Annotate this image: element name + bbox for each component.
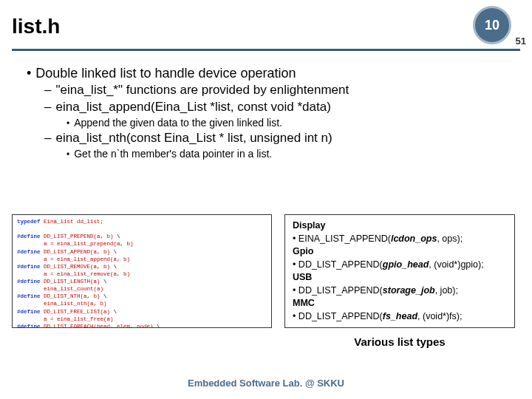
bullet-2b: eina_list_append(Eina_List *list, const …	[44, 99, 513, 116]
bullet-3b: Get the n`th member's data pointer in a …	[66, 147, 513, 161]
bullet-2c: eina_list_nth(const Eina_List * list, un…	[44, 130, 513, 147]
content-area: Double linked list to handle device oper…	[0, 61, 532, 161]
type-usb-head: USB	[293, 272, 312, 282]
list-types-box: Display • EINA_LIST_APPEND(lcdon_ops, op…	[284, 214, 515, 328]
list-types-caption: Various list types	[354, 335, 445, 348]
footer-text: Embedded Software Lab. @ SKKU	[0, 378, 532, 389]
bullet-1: Double linked list to handle device oper…	[27, 64, 513, 82]
lower-panels: typedef Eina_list dd_list; #define DD_LI…	[12, 214, 520, 348]
page-badge: 10	[473, 6, 511, 44]
bullet-3a: Append the given data to the given linke…	[66, 116, 513, 130]
type-display-head: Display	[293, 220, 325, 231]
bullet-2a: "eina_list_*" functions are provided by …	[44, 82, 513, 99]
right-column: Display • EINA_LIST_APPEND(lcdon_ops, op…	[279, 214, 520, 348]
slide-title: list.h	[12, 15, 60, 38]
title-rule	[12, 49, 520, 51]
type-gpio-head: Gpio	[293, 246, 313, 256]
title-bar: list.h 10	[0, 0, 532, 49]
code-box: typedef Eina_list dd_list; #define DD_LI…	[12, 214, 272, 328]
page-sub-number: 51	[516, 35, 526, 47]
page-badge-wrap: 10	[473, 6, 511, 44]
type-mmc-head: MMC	[293, 298, 315, 308]
